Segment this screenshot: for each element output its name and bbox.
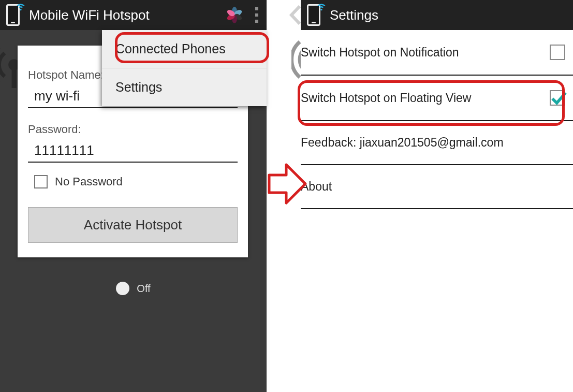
password-label: Password:: [28, 123, 238, 136]
checkmark-icon: [550, 89, 568, 107]
hotspot-toggle[interactable]: Off: [0, 282, 267, 295]
setting-notification[interactable]: Switch Hotspot on Notification: [301, 30, 573, 76]
notification-checkbox[interactable]: [550, 45, 565, 60]
setting-about-label: About: [301, 180, 332, 194]
setting-floating-view[interactable]: Switch Hotspot on Floating View: [301, 76, 573, 121]
floating-checkbox[interactable]: [550, 90, 565, 106]
toggle-label: Off: [137, 283, 150, 295]
setting-feedback-label: Feedback: jiaxuan201505@gmail.com: [301, 136, 504, 150]
back-chevron-icon[interactable]: [285, 0, 301, 30]
no-password-checkbox[interactable]: [34, 175, 48, 188]
settings-title: Settings: [330, 7, 568, 23]
setting-about[interactable]: About: [301, 165, 573, 209]
actionbar-left: Mobile WiFi Hotspot: [0, 0, 267, 30]
settings-list: Switch Hotspot on Notification Switch Ho…: [301, 30, 573, 392]
menu-item-settings[interactable]: Settings: [102, 68, 267, 106]
toggle-knob-icon[interactable]: [116, 282, 129, 295]
flower-logo-icon: [223, 4, 246, 26]
app-icon: [306, 4, 324, 26]
setting-feedback[interactable]: Feedback: jiaxuan201505@gmail.com: [301, 121, 573, 165]
overflow-menu-icon[interactable]: [252, 7, 261, 23]
overflow-menu: Connected Phones Settings: [102, 30, 267, 106]
no-password-row[interactable]: No Password: [28, 175, 238, 188]
no-password-label: No Password: [55, 175, 123, 188]
menu-item-connected-phones[interactable]: Connected Phones: [102, 30, 267, 68]
setting-floating-label: Switch Hotspot on Floating View: [301, 91, 471, 105]
actionbar-right: Settings: [301, 0, 573, 30]
password-input[interactable]: [28, 139, 238, 163]
setting-notification-label: Switch Hotspot on Notification: [301, 46, 459, 60]
right-phone-screen: Settings Switch Hotspot on Notification …: [301, 0, 573, 392]
app-title: Mobile WiFi Hotspot: [29, 7, 217, 23]
left-phone-screen: Mobile WiFi Hotspot Hotspot Name: Passwo…: [0, 0, 267, 392]
activate-hotspot-button[interactable]: Activate Hotspot: [28, 207, 238, 243]
app-icon: [5, 4, 23, 26]
